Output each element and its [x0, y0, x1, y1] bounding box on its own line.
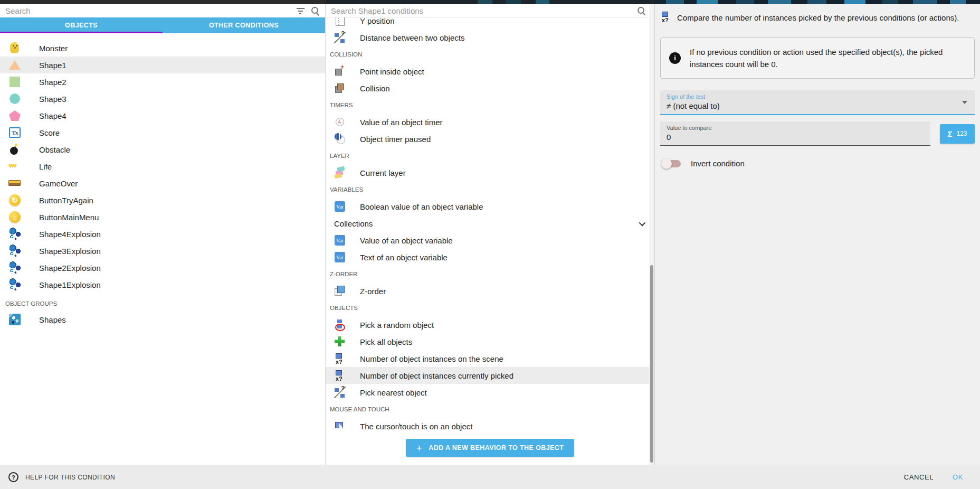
object-list-item[interactable]: Shape2Explosion — [0, 259, 325, 276]
search-icon — [637, 6, 646, 15]
object-list-item[interactable]: Life — [0, 158, 325, 175]
object-list-item[interactable]: Shape3 — [0, 90, 325, 107]
plus-icon — [416, 443, 423, 453]
explosion-icon — [8, 245, 21, 257]
info-icon — [669, 52, 681, 64]
panel-tabs: OBJECTS OTHER CONDITIONS — [0, 17, 325, 33]
conditions-search-bar — [326, 4, 654, 17]
condition-item[interactable]: Value of an object variable — [326, 232, 654, 249]
condition-item[interactable]: The cursor/touch is on an object — [326, 418, 654, 435]
chevron-down-icon — [639, 219, 646, 226]
object-list-item[interactable]: Monster — [0, 40, 325, 57]
condition-item[interactable]: MOUSE AND TOUCH — [326, 401, 654, 418]
scrollbar-thumb[interactable] — [650, 265, 653, 463]
value-to-compare-field[interactable]: Value to compare 0 — [660, 121, 930, 146]
tab-objects[interactable]: OBJECTS — [0, 17, 163, 33]
background-app-toolbar — [0, 0, 980, 4]
ok-button[interactable]: OK — [953, 473, 963, 481]
object-list-item[interactable]: Shape4Explosion — [0, 225, 325, 242]
question-mark-icon — [8, 472, 18, 482]
condition-item[interactable]: Current layer — [326, 164, 654, 181]
invert-condition-row: Invert condition — [661, 159, 974, 168]
z-order-icon — [334, 285, 346, 297]
help-button[interactable]: HELP FOR THIS CONDITION — [0, 472, 115, 482]
var-icon — [334, 251, 346, 263]
condition-item[interactable]: Pick all objects — [326, 333, 654, 350]
condition-description: Compare the number of instances picked b… — [677, 11, 959, 24]
dialog-actions: CANCEL OK — [904, 473, 980, 481]
filter-icon[interactable] — [296, 8, 305, 14]
condition-item[interactable]: OBJECTS — [326, 299, 654, 316]
explosion-icon — [8, 278, 21, 291]
condition-item[interactable]: Pick a random object — [326, 316, 654, 333]
condition-item[interactable]: Number of object instances on the scene — [326, 350, 654, 367]
conditions-search-input[interactable] — [331, 6, 631, 15]
invert-condition-toggle[interactable] — [663, 160, 681, 167]
square-icon — [8, 76, 21, 88]
condition-item[interactable]: TIMERS — [326, 97, 654, 114]
toggle-knob — [661, 158, 672, 169]
object-list-item[interactable]: Shape2 — [0, 73, 325, 90]
condition-item[interactable]: Collections — [326, 215, 654, 232]
condition-item[interactable]: Pick nearest object — [326, 384, 654, 401]
object-list-item[interactable]: Shape3Explosion — [0, 242, 325, 259]
object-list-item[interactable]: ButtonMainMenu — [0, 209, 325, 225]
object-groups-header: OBJECT GROUPS — [0, 297, 325, 310]
pick-nearest-icon — [334, 387, 346, 398]
monster-icon — [8, 42, 21, 54]
object-group-item[interactable]: Shapes — [0, 311, 325, 328]
expression-editor-button[interactable]: 123 — [940, 124, 975, 144]
count-icon — [334, 353, 346, 364]
condition-item[interactable]: VARIABLES — [326, 181, 654, 198]
pick-random-icon — [334, 319, 346, 331]
mainmenu-icon — [8, 211, 21, 223]
condition-item[interactable]: COLLISION — [326, 46, 654, 63]
instances-count-icon — [660, 11, 672, 23]
conditions-panel: Y position Distance between two objects … — [326, 4, 654, 465]
hearts-icon — [8, 160, 21, 173]
condition-item[interactable]: Collision — [326, 80, 654, 97]
add-behavior-button[interactable]: ADD A NEW BEHAVIOR TO THE OBJECT — [406, 439, 574, 457]
var-icon — [334, 201, 346, 212]
object-list-item[interactable]: ButtonTryAgain — [0, 192, 325, 209]
condition-item[interactable]: LAYER — [326, 147, 654, 164]
object-list-item[interactable]: GameOver — [0, 175, 325, 192]
info-box: If no previous condition or action used … — [660, 37, 975, 79]
condition-item[interactable]: Text of an object variable — [326, 249, 654, 266]
objects-panel: OBJECTS OTHER CONDITIONS Monster Shape1 … — [0, 4, 326, 465]
condition-item[interactable]: Value of an object timer — [326, 114, 654, 130]
explosion-icon — [8, 261, 21, 274]
tryagain-icon — [8, 194, 21, 206]
object-list-item[interactable]: Shape4 — [0, 107, 325, 124]
search-icon — [311, 6, 320, 15]
objects-search-input[interactable] — [5, 6, 290, 15]
sign-of-test-value: ≠ (not equal to) — [667, 101, 968, 110]
condition-item[interactable]: Boolean value of an object variable — [326, 198, 654, 215]
shapes-group-icon — [8, 313, 21, 326]
timer-paused-icon — [334, 133, 346, 145]
object-list-item[interactable]: Shape1Explosion — [0, 276, 325, 293]
cancel-button[interactable]: CANCEL — [904, 473, 934, 481]
object-list-item[interactable]: Shape1 — [0, 57, 325, 73]
var-icon — [334, 234, 346, 246]
pentagon-icon — [8, 109, 21, 122]
dialog-footer: HELP FOR THIS CONDITION CANCEL OK — [0, 465, 980, 489]
condition-item[interactable]: Number of object instances currently pic… — [326, 367, 654, 384]
value-to-compare-row: Value to compare 0 123 — [660, 121, 975, 146]
object-list-item[interactable]: Obstacle — [0, 141, 325, 158]
sign-of-test-select[interactable]: Sign of the test ≠ (not equal to) — [660, 90, 975, 115]
condition-item[interactable]: Z-ORDER — [326, 266, 654, 283]
object-list-item[interactable]: Score — [0, 124, 325, 141]
info-text: If no previous condition or action used … — [690, 46, 956, 71]
condition-item[interactable]: Object timer paused — [326, 130, 654, 147]
condition-item[interactable]: Distance between two objects — [326, 29, 654, 46]
collision-icon — [334, 82, 346, 94]
condition-item[interactable]: Point inside object — [326, 63, 654, 80]
explosion-icon — [8, 228, 21, 240]
layer-icon — [334, 167, 346, 178]
conditions-list: Y position Distance between two objects … — [326, 12, 654, 435]
scrollbar[interactable] — [649, 4, 654, 465]
condition-item[interactable]: Z-order — [326, 283, 654, 299]
value-to-compare-value: 0 — [667, 133, 924, 142]
tab-other-conditions[interactable]: OTHER CONDITIONS — [163, 17, 325, 33]
